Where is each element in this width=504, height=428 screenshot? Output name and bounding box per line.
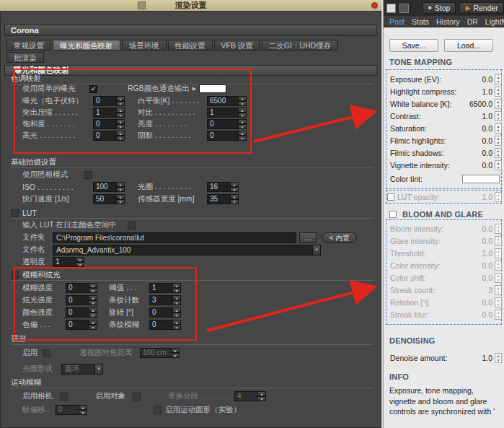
stepper[interactable]: ▲▼ [495, 123, 502, 134]
frame-offset-spinner[interactable]: 0▲▼ [56, 405, 87, 415]
stepper[interactable]: ▲▼ [495, 273, 502, 283]
spinner-arrows[interactable]: ▲▼ [239, 119, 247, 129]
spinner-arrows[interactable]: ▲▼ [231, 194, 239, 204]
glare-intensity-spinner[interactable]: 0▲▼ [66, 295, 97, 305]
exposure-ev-spinner[interactable]: 0▲▼ [93, 96, 125, 106]
window-titlebar[interactable]: 渲染设置 [0, 0, 381, 11]
spinner-arrows[interactable]: ▲▼ [239, 96, 247, 106]
spinner-arrows[interactable]: ▲▼ [117, 182, 125, 192]
shutter-speed-spinner[interactable]: 50▲▼ [93, 194, 125, 204]
close-button[interactable] [371, 2, 378, 9]
spinner-arrows[interactable]: ▲▼ [89, 320, 97, 330]
sensor-width-spinner[interactable]: 35▲▼ [207, 194, 239, 204]
lut-log-space-checkbox[interactable] [128, 222, 136, 230]
stepper[interactable]: ▲▼ [495, 192, 502, 202]
tab-secondary-gi[interactable]: 二次GI：UHD缓存 [262, 40, 338, 51]
render-button[interactable]: ▶ Render [459, 2, 503, 14]
stepper[interactable]: ▲▼ [495, 99, 502, 109]
stepper[interactable]: ▲▼ [495, 160, 502, 170]
lut-enable-checkbox[interactable] [11, 209, 19, 217]
expand-right-icon[interactable]: ▶ [193, 86, 196, 92]
stepper[interactable]: ▲▼ [495, 310, 502, 320]
enable-object-checkbox[interactable] [133, 393, 141, 401]
aperture-shape-dropdown[interactable]: 圆环 ▼ [61, 364, 103, 375]
transform-segments-spinner[interactable]: 4▲▼ [234, 391, 266, 401]
spinner-arrows[interactable]: ▲▼ [239, 108, 247, 118]
spinner-arrows[interactable]: ▲▼ [89, 295, 97, 305]
lut-file-dropdown[interactable]: Adanmq_Advantix_100 ▼ [53, 245, 321, 256]
tab-dr[interactable]: DR [464, 17, 482, 26]
spinner-arrows[interactable]: ▲▼ [172, 348, 180, 358]
highlight-compress-spinner[interactable]: 1▲▼ [93, 108, 125, 118]
stepper[interactable]: ▲▼ [495, 224, 502, 234]
color-intensity-spinner[interactable]: 0▲▼ [66, 307, 97, 318]
tab-history[interactable]: History [433, 17, 464, 26]
spinner-arrows[interactable]: ▲▼ [89, 307, 97, 318]
tab-post[interactable]: Post [386, 17, 408, 26]
highlights-spinner[interactable]: 0▲▼ [93, 131, 125, 141]
stepper[interactable]: ▲▼ [495, 285, 502, 295]
builtin-button[interactable]: < 内置 [322, 232, 357, 243]
dropdown-arrow-icon[interactable]: ▼ [94, 364, 102, 374]
spinner-arrows[interactable]: ▲▼ [173, 283, 181, 293]
tab-general-settings[interactable]: 常规设置 [6, 40, 51, 51]
streak-count-spinner[interactable]: 3▲▼ [149, 295, 181, 305]
spinner-arrows[interactable]: ▲▼ [117, 194, 125, 204]
save-button[interactable]: Save... [389, 39, 438, 52]
bloom-glare-checkbox[interactable] [389, 211, 397, 218]
stepper[interactable]: ▲▼ [495, 74, 502, 84]
stepper[interactable]: ▲▼ [495, 248, 502, 258]
enable-camera-checkbox[interactable] [60, 393, 68, 401]
color-tint-swatch[interactable] [462, 175, 500, 183]
spinner-arrows[interactable]: ▲▼ [79, 405, 87, 415]
stepper[interactable]: ▲▼ [495, 297, 502, 307]
streak-blur-spinner[interactable]: 0▲▼ [149, 320, 181, 330]
spinner-arrows[interactable]: ▲▼ [173, 307, 181, 318]
tab-vfb-settings[interactable]: VFB 设置 [214, 40, 260, 51]
save-image-icon[interactable] [399, 4, 409, 13]
color-shift-spinner[interactable]: 0▲▼ [66, 320, 97, 330]
blur-intensity-spinner[interactable]: 0▲▼ [66, 283, 97, 293]
saturation-spinner[interactable]: 0▲▼ [93, 119, 125, 129]
fstop-spinner[interactable]: 16▲▼ [207, 182, 239, 192]
tab-lightmix[interactable]: LightMix [482, 17, 504, 26]
load-button[interactable]: Load... [444, 39, 493, 52]
spinner-arrows[interactable]: ▲▼ [76, 257, 84, 267]
stepper[interactable]: ▲▼ [495, 111, 502, 121]
stepper[interactable]: ▲▼ [495, 261, 502, 271]
stepper[interactable]: ▲▼ [495, 87, 502, 97]
spinner-arrows[interactable]: ▲▼ [117, 131, 125, 141]
stop-button[interactable]: ■ Stop [423, 2, 456, 14]
spinner-arrows[interactable]: ▲▼ [231, 182, 239, 192]
spinner-arrows[interactable]: ▲▼ [173, 320, 181, 330]
spinner-arrows[interactable]: ▲▼ [173, 295, 181, 305]
iso-spinner[interactable]: 100▲▼ [93, 182, 125, 192]
stepper[interactable]: ▲▼ [495, 236, 502, 246]
lut-folder-input[interactable]: C:\Program Files\corona\lut [53, 232, 296, 243]
contrast-spinner[interactable]: 1▲▼ [207, 108, 247, 118]
use-photo-mode-checkbox[interactable] [84, 171, 92, 179]
spinner-arrows[interactable]: ▲▼ [89, 283, 97, 293]
spinner-arrows[interactable]: ▲▼ [258, 391, 266, 401]
spinner-arrows[interactable]: ▲▼ [117, 108, 125, 118]
image-icon[interactable] [386, 4, 396, 13]
dropdown-arrow-icon[interactable]: ▼ [312, 245, 320, 255]
brightness-spinner[interactable]: 0▲▼ [207, 119, 247, 129]
rgb-output-color-swatch[interactable] [199, 84, 226, 93]
lut-opacity-spinner[interactable]: 1▲▼ [53, 257, 84, 267]
tab-performance[interactable]: 性能设置 [168, 40, 213, 51]
threshold-spinner[interactable]: 1▲▼ [149, 283, 181, 293]
tab-batch-render[interactable]: 批渲染 [6, 52, 44, 63]
spinner-arrows[interactable]: ▲▼ [239, 131, 247, 141]
experimental-checkbox[interactable] [154, 406, 162, 414]
white-balance-spinner[interactable]: 6500▲▼ [207, 96, 247, 106]
focus-distance-spinner[interactable]: 100 cm▲▼ [140, 348, 180, 358]
stepper[interactable]: ▲▼ [495, 353, 502, 363]
tab-exposure-color-mapping[interactable]: 曝光和颜色映射 [53, 40, 120, 51]
tab-stats[interactable]: Stats [408, 17, 433, 26]
simple-exposure-checkbox[interactable]: ✓ [89, 85, 97, 93]
lut-opacity-checkbox[interactable] [387, 193, 394, 201]
tab-scene-environment[interactable]: 场景环境 [122, 40, 167, 51]
stepper[interactable]: ▲▼ [495, 148, 502, 158]
stepper[interactable]: ▲▼ [495, 136, 502, 146]
